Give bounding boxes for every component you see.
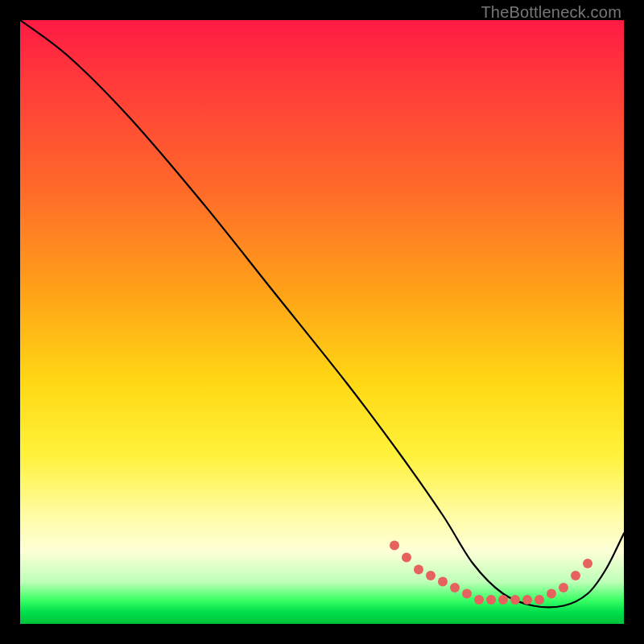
- marker-dot: [522, 595, 532, 605]
- marker-dot: [535, 595, 544, 605]
- marker-dot: [510, 595, 520, 605]
- marker-dot: [390, 541, 399, 551]
- chart-stage: TheBottleneck.com: [0, 0, 644, 644]
- attribution-label: TheBottleneck.com: [481, 3, 621, 22]
- marker-layer: [390, 541, 592, 605]
- marker-dot: [486, 595, 496, 605]
- marker-dot: [402, 553, 411, 563]
- marker-dot: [547, 589, 556, 599]
- marker-dot: [438, 577, 448, 587]
- bottleneck-curve: [20, 20, 624, 607]
- marker-dot: [559, 583, 568, 592]
- marker-dot: [426, 571, 436, 580]
- plot-area: [20, 20, 624, 624]
- marker-dot: [462, 589, 472, 599]
- marker-dot: [583, 559, 592, 568]
- marker-dot: [414, 565, 423, 575]
- curve-layer: [20, 20, 624, 624]
- marker-dot: [571, 571, 580, 580]
- marker-dot: [498, 595, 508, 605]
- marker-dot: [450, 583, 460, 592]
- marker-dot: [474, 595, 484, 605]
